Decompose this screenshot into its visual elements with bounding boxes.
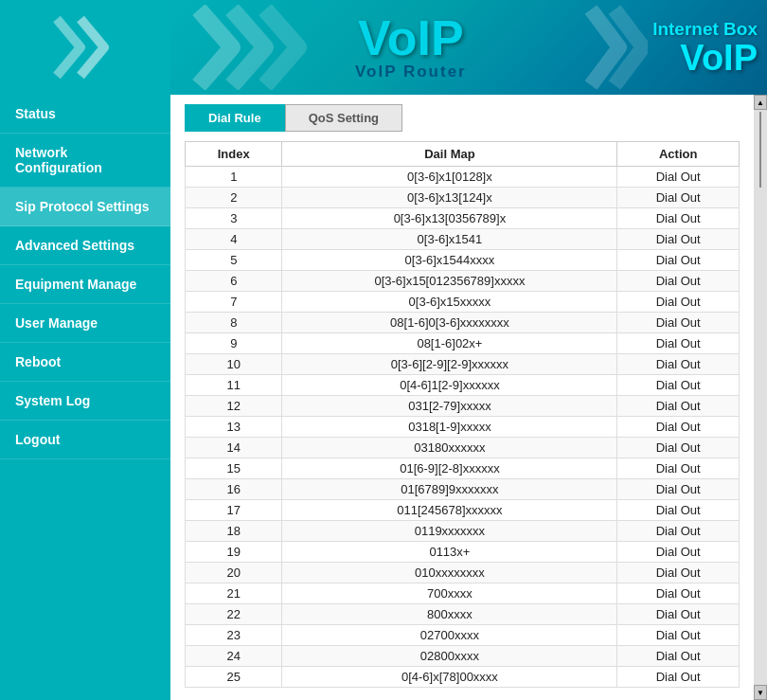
table-body: 10[3-6]x1[0128]xDial Out20[3-6]x13[124]x…: [186, 167, 740, 688]
dial-table: Index Dail Map Action 10[3-6]x1[0128]xDi…: [185, 141, 740, 688]
header-internet-box: Internet Box: [652, 19, 758, 40]
table-row: 130318[1-9]xxxxxDial Out: [186, 417, 740, 438]
scrollbar[interactable]: ▲ ▼: [754, 95, 767, 700]
cell-index: 9: [186, 333, 282, 354]
cell-index: 18: [186, 521, 282, 542]
cell-action: Dial Out: [617, 542, 740, 563]
cell-index: 10: [186, 354, 282, 375]
scroll-track: [759, 110, 761, 685]
scroll-down-arrow[interactable]: ▼: [754, 685, 767, 700]
cell-dial-map: 08[1-6]02x+: [282, 333, 617, 354]
cell-dial-map: 800xxxx: [282, 604, 617, 625]
cell-dial-map: 0[3-6]x1541: [282, 229, 617, 250]
sidebar-item-logout[interactable]: Logout: [0, 421, 170, 459]
cell-dial-map: 0119xxxxxxx: [282, 521, 617, 542]
table-row: 20[3-6]x13[124]xDial Out: [186, 188, 740, 208]
table-row: 60[3-6]x15[012356789]xxxxxDial Out: [186, 271, 740, 292]
cell-action: Dial Out: [617, 208, 740, 229]
tab-qos-setting[interactable]: QoS Setting: [285, 104, 402, 132]
col-header-action: Action: [617, 142, 740, 167]
cell-action: Dial Out: [617, 604, 740, 625]
table-row: 22800xxxxDial Out: [186, 604, 740, 625]
cell-action: Dial Out: [617, 188, 740, 208]
col-header-dial-map: Dail Map: [282, 142, 617, 167]
table-row: 70[3-6]x15xxxxxDial Out: [186, 292, 740, 313]
cell-dial-map: 0318[1-9]xxxxx: [282, 417, 617, 438]
cell-index: 8: [186, 313, 282, 333]
sidebar-item-advanced-settings[interactable]: Advanced Settings: [0, 226, 170, 265]
col-header-index: Index: [186, 142, 282, 167]
sidebar-item-network-configuration[interactable]: Network Configuration: [0, 134, 170, 188]
cell-index: 23: [186, 625, 282, 646]
header-voip-right: VoIP: [652, 40, 758, 76]
cell-dial-map: 0[3-6]x13[0356789]x: [282, 208, 617, 229]
cell-dial-map: 0[3-6]x1544xxxx: [282, 250, 617, 271]
tab-dial-rule[interactable]: Dial Rule: [185, 104, 285, 132]
table-row: 250[4-6]x[78]00xxxxDial Out: [186, 667, 740, 688]
cell-dial-map: 01[6-9][2-8]xxxxxx: [282, 458, 617, 479]
table-row: 908[1-6]02x+Dial Out: [186, 333, 740, 354]
table-row: 808[1-6]0[3-6]xxxxxxxxDial Out: [186, 313, 740, 333]
sidebar-item-equipment-manage[interactable]: Equipment Manage: [0, 265, 170, 304]
cell-index: 20: [186, 563, 282, 583]
sidebar-item-status[interactable]: Status: [0, 95, 170, 134]
cell-action: Dial Out: [617, 313, 740, 333]
header-right-text: Internet Box VoIP: [652, 19, 758, 76]
sidebar-item-user-manage[interactable]: User Manage: [0, 304, 170, 343]
content-area: Dial Rule QoS Setting Index Dail Map Act…: [170, 95, 754, 700]
cell-dial-map: 03180xxxxxx: [282, 438, 617, 458]
table-row: 100[3-6][2-9][2-9]xxxxxxDial Out: [186, 354, 740, 375]
cell-index: 6: [186, 271, 282, 292]
scroll-up-arrow[interactable]: ▲: [754, 95, 767, 110]
cell-action: Dial Out: [617, 375, 740, 396]
table-row: 180119xxxxxxxDial Out: [186, 521, 740, 542]
sidebar: Status Network Configuration Sip Protoco…: [0, 0, 170, 700]
sidebar-item-sip-protocol-settings[interactable]: Sip Protocol Settings: [0, 188, 170, 226]
cell-index: 13: [186, 417, 282, 438]
cell-index: 1: [186, 167, 282, 188]
main-area: VoIP VoIP Router Internet Box VoIP Dial …: [170, 0, 767, 700]
cell-index: 17: [186, 500, 282, 521]
cell-index: 16: [186, 479, 282, 500]
sidebar-chevron-decoration: [28, 9, 142, 85]
cell-dial-map: 01[6789]9xxxxxxx: [282, 479, 617, 500]
cell-dial-map: 08[1-6]0[3-6]xxxxxxxx: [282, 313, 617, 333]
cell-dial-map: 0[3-6]x15[012356789]xxxxx: [282, 271, 617, 292]
cell-index: 7: [186, 292, 282, 313]
scroll-thumb[interactable]: [759, 112, 761, 188]
cell-action: Dial Out: [617, 625, 740, 646]
cell-dial-map: 0[4-6]1[2-9]xxxxxx: [282, 375, 617, 396]
header: VoIP VoIP Router Internet Box VoIP: [170, 0, 767, 95]
sidebar-logo: [0, 0, 170, 95]
cell-action: Dial Out: [617, 563, 740, 583]
cell-action: Dial Out: [617, 396, 740, 417]
table-row: 30[3-6]x13[0356789]xDial Out: [186, 208, 740, 229]
cell-index: 25: [186, 667, 282, 688]
cell-action: Dial Out: [617, 583, 740, 604]
cell-action: Dial Out: [617, 292, 740, 313]
cell-index: 12: [186, 396, 282, 417]
cell-action: Dial Out: [617, 250, 740, 271]
cell-dial-map: 0[3-6]x15xxxxx: [282, 292, 617, 313]
table-row: 40[3-6]x1541Dial Out: [186, 229, 740, 250]
cell-index: 14: [186, 438, 282, 458]
cell-dial-map: 0[4-6]x[78]00xxxx: [282, 667, 617, 688]
cell-index: 2: [186, 188, 282, 208]
sidebar-item-system-log[interactable]: System Log: [0, 382, 170, 421]
cell-index: 22: [186, 604, 282, 625]
cell-action: Dial Out: [617, 354, 740, 375]
cell-index: 3: [186, 208, 282, 229]
header-voip-sub: VoIP Router: [355, 63, 467, 81]
sidebar-item-reboot[interactable]: Reboot: [0, 343, 170, 382]
table-row: 190113x+Dial Out: [186, 542, 740, 563]
cell-dial-map: 010xxxxxxxx: [282, 563, 617, 583]
content-wrapper: Dial Rule QoS Setting Index Dail Map Act…: [170, 95, 767, 700]
cell-index: 19: [186, 542, 282, 563]
cell-action: Dial Out: [617, 500, 740, 521]
table-row: 20010xxxxxxxxDial Out: [186, 563, 740, 583]
header-right-chevron-svg: [581, 5, 648, 90]
cell-action: Dial Out: [617, 646, 740, 667]
cell-action: Dial Out: [617, 229, 740, 250]
table-row: 50[3-6]x1544xxxxDial Out: [186, 250, 740, 271]
table-row: 21700xxxxDial Out: [186, 583, 740, 604]
